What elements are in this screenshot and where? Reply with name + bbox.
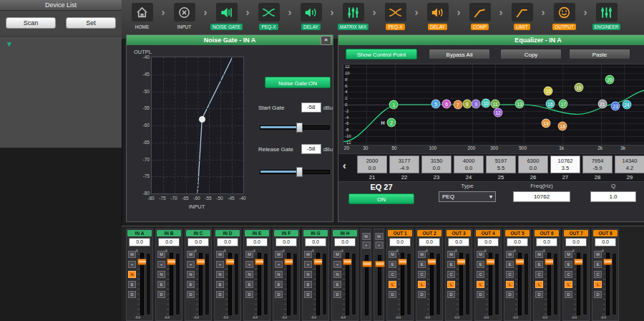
paste-button[interactable]: Paste <box>569 49 630 59</box>
channel-delay-button[interactable]: D <box>594 291 602 298</box>
eq-control-point-5[interactable]: 5 <box>431 99 441 108</box>
channel-comp-button[interactable]: C <box>447 271 455 278</box>
bands-scroll-left-button[interactable]: ‹ <box>343 160 346 171</box>
release-gate-value[interactable]: -58 <box>301 144 321 154</box>
eq-band-27[interactable]: 107623.527 <box>550 155 580 181</box>
channel-delay-button[interactable]: D <box>565 291 572 298</box>
channel-eq-button[interactable]: E <box>275 281 283 288</box>
channel-gain-value[interactable]: 0.0 <box>158 238 180 246</box>
eq-control-point-2[interactable]: 2 <box>386 118 396 127</box>
channel-mute-button[interactable]: M <box>418 251 426 258</box>
channel-polarity-button[interactable]: + <box>275 261 283 268</box>
channel-eq-button[interactable]: E <box>447 261 455 268</box>
channel-polarity-button[interactable]: + <box>362 241 370 249</box>
eq-band-24[interactable]: 40000.024 <box>454 155 484 181</box>
toolbar-item-delay[interactable]: DELAY <box>420 3 455 30</box>
channel-gain-value[interactable]: 0.0 <box>246 238 268 246</box>
channel-limit-button[interactable]: L <box>506 281 514 288</box>
channel-noise-gate-button[interactable]: N <box>157 271 165 278</box>
eq-on-button[interactable]: ON <box>348 193 414 204</box>
channel-eq-button[interactable]: E <box>477 261 484 268</box>
eq-control-point-16[interactable]: 16 <box>545 99 555 108</box>
eq-control-point-21[interactable]: 21 <box>597 99 607 108</box>
eq-band-25[interactable]: 51975.525 <box>486 155 516 181</box>
channel-limit-button[interactable]: L <box>447 281 455 288</box>
channel-noise-gate-button[interactable]: N <box>304 271 312 278</box>
eq-band-28[interactable]: 7954-5.928 <box>582 155 613 181</box>
toolbar-item-home[interactable]: HOME <box>125 3 160 30</box>
eq-band-29[interactable]: 143404.229 <box>615 155 644 181</box>
channel-eq-button[interactable]: E <box>535 261 543 268</box>
channel-limit-button[interactable]: L <box>389 281 396 288</box>
channel-gain-value[interactable]: 0.0 <box>305 238 326 246</box>
channel-eq-button[interactable]: E <box>128 281 136 288</box>
channel-eq-button[interactable]: E <box>389 261 396 268</box>
toolbar-item-engineer[interactable]: ENGINEER <box>589 3 624 30</box>
eq-control-point-11[interactable]: 11 <box>491 99 500 108</box>
eq-band-22[interactable]: 3177-4.922 <box>389 155 419 181</box>
channel-noise-gate-button[interactable]: N <box>333 271 341 278</box>
eq-q-input[interactable]: 1.0 <box>590 191 636 202</box>
toolbar-item-peq-x[interactable]: PEQ-X <box>378 3 413 30</box>
channel-mute-button[interactable]: M <box>128 251 136 258</box>
channel-delay-button[interactable]: D <box>304 291 312 298</box>
eq-type-dropdown[interactable]: PEQ ▾ <box>439 191 496 202</box>
eq-control-point-14[interactable]: 14 <box>541 118 550 128</box>
eq-control-point-19[interactable]: 19 <box>574 83 583 92</box>
channel-gain-value[interactable]: 0.0 <box>507 238 528 246</box>
slider-thumb[interactable] <box>296 123 303 133</box>
eq-control-point-20[interactable]: 20 <box>605 75 615 85</box>
channel-eq-button[interactable]: E <box>157 281 165 288</box>
eq-control-point-1[interactable]: 1 <box>389 100 399 110</box>
channel-delay-button[interactable]: D <box>245 291 253 298</box>
channel-delay-button[interactable]: D <box>128 291 136 298</box>
channel-mute-button[interactable]: M <box>275 251 283 258</box>
channel-gain-value[interactable]: 0.0 <box>217 238 238 246</box>
channel-noise-gate-button[interactable]: N <box>216 271 224 278</box>
channel-comp-button[interactable]: C <box>506 271 514 278</box>
channel-eq-button[interactable]: E <box>216 281 224 288</box>
channel-eq-button[interactable]: E <box>565 261 572 268</box>
eq-band-26[interactable]: 63000.026 <box>518 155 548 181</box>
eq-control-point-10[interactable]: 10 <box>482 98 491 107</box>
eq-control-point-18[interactable]: 18 <box>558 122 567 131</box>
channel-limit-button[interactable]: L <box>477 281 484 288</box>
channel-delay-button[interactable]: D <box>506 291 514 298</box>
channel-gain-value[interactable]: 0.0 <box>448 238 469 246</box>
toolbar-item-peq-x[interactable]: PEQ-X <box>251 3 286 30</box>
channel-eq-button[interactable]: E <box>594 261 602 268</box>
channel-mute-button[interactable]: M <box>389 251 396 258</box>
channel-gain-value[interactable]: 0.0 <box>419 238 440 246</box>
channel-mute-button[interactable]: M <box>477 251 484 258</box>
channel-eq-button[interactable]: E <box>245 281 253 288</box>
toolbar-item-comp[interactable]: COMP <box>462 3 497 30</box>
channel-eq-button[interactable]: E <box>418 261 426 268</box>
channel-limit-button[interactable]: L <box>565 281 572 288</box>
channel-mute-button[interactable]: M <box>157 251 165 258</box>
channel-mute-button[interactable]: M <box>333 251 341 258</box>
start-gate-slider[interactable] <box>260 123 330 131</box>
tree-collapse-icon[interactable]: ▼ <box>6 40 13 48</box>
channel-delay-button[interactable]: D <box>275 291 283 298</box>
channel-polarity-button[interactable]: + <box>375 241 383 249</box>
channel-noise-gate-button[interactable]: N <box>245 271 253 278</box>
toolbar-item-noise-gate[interactable]: NOISE GATE <box>209 3 244 30</box>
channel-gain-value[interactable]: 0.0 <box>275 238 297 246</box>
channel-gain-value[interactable]: 0.0 <box>129 238 150 246</box>
channel-comp-button[interactable]: C <box>477 271 484 278</box>
toolbar-item-limit[interactable]: LIMIT <box>504 3 540 30</box>
channel-noise-gate-button[interactable]: N <box>187 271 195 278</box>
channel-polarity-button[interactable]: + <box>333 261 341 268</box>
channel-gain-value[interactable]: 0.0 <box>389 238 411 246</box>
channel-delay-button[interactable]: D <box>447 291 455 298</box>
channel-eq-button[interactable]: E <box>506 261 514 268</box>
channel-delay-button[interactable]: D <box>216 291 224 298</box>
channel-polarity-button[interactable]: + <box>245 261 253 268</box>
channel-mute-button[interactable]: M <box>187 251 195 258</box>
set-button[interactable]: Set <box>66 17 116 29</box>
close-icon[interactable]: × <box>321 36 331 45</box>
channel-delay-button[interactable]: D <box>535 291 543 298</box>
eq-control-point-8[interactable]: 8 <box>462 99 472 108</box>
channel-delay-button[interactable]: D <box>187 291 195 298</box>
channel-polarity-button[interactable]: + <box>304 261 312 268</box>
